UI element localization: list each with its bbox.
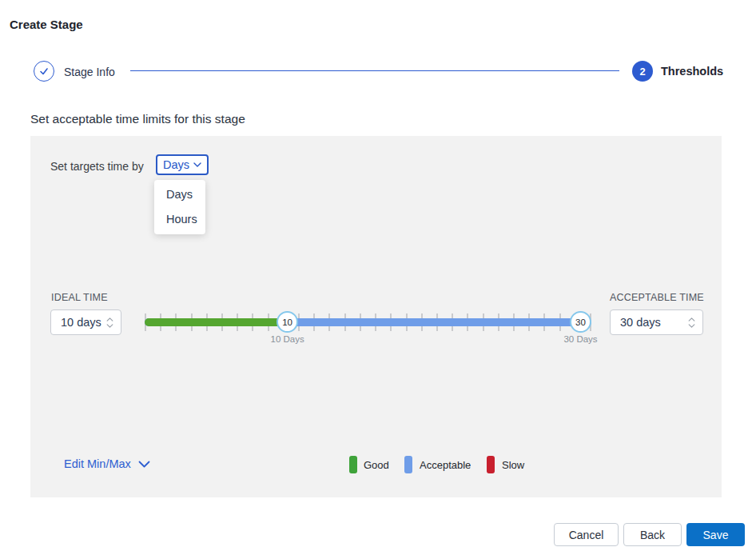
dropdown-option-days[interactable]: Days (154, 182, 205, 207)
chevron-down-icon (193, 162, 201, 167)
step-thresholds-label: Thresholds (661, 65, 723, 78)
ideal-time-input[interactable]: 10 days (50, 309, 121, 335)
stepper-up-icon (688, 317, 695, 321)
slider-ideal-sublabel: 10 Days (271, 334, 304, 344)
edit-minmax-link[interactable]: Edit Min/Max (64, 457, 150, 470)
step-thresholds-indicator[interactable]: 2 (632, 61, 653, 82)
stepper-up-icon (106, 317, 113, 321)
slider-handle-ideal[interactable]: 10 (277, 311, 298, 333)
page-title: Create Stage (10, 18, 83, 31)
step-stage-info-indicator[interactable] (34, 61, 54, 82)
edit-minmax-label: Edit Min/Max (64, 457, 131, 470)
legend-good-swatch (349, 456, 357, 473)
create-stage-dialog: Create Stage Stage Info 2 Thresholds Set… (0, 0, 756, 559)
unit-dropdown-value: Days (163, 158, 189, 171)
step-stage-info-label: Stage Info (64, 66, 115, 78)
slider-handle-ideal-text: 10 (282, 317, 292, 327)
section-heading: Set acceptable time limits for this stag… (30, 112, 245, 126)
dropdown-option-hours[interactable]: Hours (154, 207, 205, 232)
ideal-time-stepper[interactable] (106, 317, 113, 328)
check-icon (38, 65, 50, 78)
chevron-down-icon (138, 461, 150, 468)
cancel-button[interactable]: Cancel (554, 523, 619, 546)
stepper-down-icon (106, 324, 113, 328)
acceptable-time-label: ACCEPTABLE TIME (610, 292, 704, 303)
ideal-time-value: 10 days (61, 316, 101, 329)
set-targets-label: Set targets time by (50, 160, 144, 173)
legend-good-label: Good (364, 459, 389, 471)
slider-handle-acceptable[interactable]: 30 (570, 311, 591, 333)
unit-dropdown-menu: Days Hours (154, 180, 205, 234)
ideal-time-label: IDEAL TIME (51, 292, 108, 303)
thresholds-panel: Set targets time by Days Days Hours IDEA… (30, 136, 722, 497)
stepper-connector-line (130, 70, 619, 71)
acceptable-time-input[interactable]: 30 days (610, 309, 703, 335)
slider-handle-acceptable-text: 30 (575, 317, 586, 327)
acceptable-time-value: 30 days (620, 316, 661, 329)
legend-acceptable-label: Acceptable (420, 459, 471, 471)
step-number: 2 (639, 66, 645, 78)
legend-slow-swatch (487, 456, 495, 473)
stepper-down-icon (688, 324, 695, 328)
back-button[interactable]: Back (623, 523, 682, 546)
slider-track[interactable] (145, 318, 591, 326)
slider-good-segment (145, 318, 288, 326)
unit-dropdown[interactable]: Days (156, 154, 209, 175)
legend-slow-label: Slow (502, 459, 524, 471)
save-button[interactable]: Save (686, 523, 745, 546)
acceptable-time-stepper[interactable] (688, 317, 695, 328)
legend-acceptable-swatch (404, 456, 412, 473)
slider-acceptable-sublabel: 30 Days (563, 334, 597, 344)
